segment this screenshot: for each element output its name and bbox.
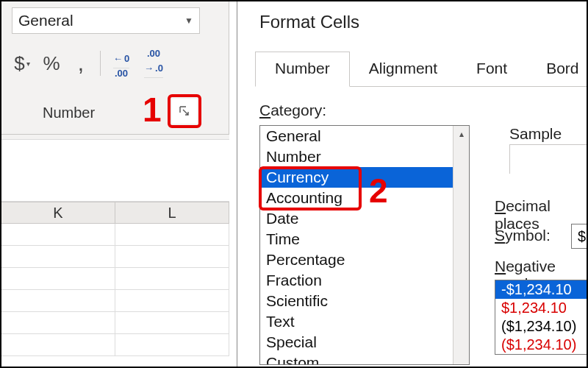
- category-item-text[interactable]: Text: [260, 311, 469, 332]
- chevron-down-icon: ▼: [184, 15, 193, 26]
- dialog-title: Format Cells: [259, 12, 359, 32]
- category-item-special[interactable]: Special: [260, 332, 469, 353]
- percent-style-button[interactable]: %: [37, 49, 66, 78]
- category-item-date[interactable]: Date: [260, 208, 469, 229]
- category-item-fraction[interactable]: Fraction: [260, 270, 469, 291]
- increase-decimal-button[interactable]: 0 .00: [105, 49, 137, 78]
- spreadsheet-grid[interactable]: K L: [1, 134, 229, 368]
- listbox-scrollbar[interactable]: ▴: [453, 126, 469, 364]
- formula-bar-area: [1, 140, 229, 202]
- grid-row[interactable]: [1, 246, 229, 268]
- scroll-up-icon: ▴: [459, 129, 464, 364]
- column-headers[interactable]: K L: [1, 202, 229, 224]
- separator: [100, 51, 101, 76]
- negative-option[interactable]: -$1,234.10: [495, 280, 588, 299]
- number-format-dropdown[interactable]: General ▼: [12, 7, 200, 34]
- category-item-custom[interactable]: Custom: [260, 353, 469, 365]
- grid-row[interactable]: [1, 334, 229, 356]
- arrow-left-icon: [113, 54, 123, 63]
- category-item-currency[interactable]: Currency: [260, 167, 469, 188]
- symbol-dropdown[interactable]: $: [571, 224, 588, 249]
- format-cells-dialog: Format Cells Number Alignment Font Bord …: [237, 1, 588, 368]
- column-header-k[interactable]: K: [1, 202, 115, 223]
- tab-number[interactable]: Number: [255, 52, 350, 87]
- negative-option[interactable]: ($1,234.10): [495, 336, 588, 354]
- grid-row[interactable]: [1, 290, 229, 312]
- tab-font[interactable]: Font: [456, 52, 527, 87]
- category-item-general[interactable]: General: [260, 126, 469, 146]
- category-listbox[interactable]: General Number Currency Accounting Date …: [259, 125, 470, 365]
- category-item-percentage[interactable]: Percentage: [260, 250, 469, 270]
- category-item-time[interactable]: Time: [260, 229, 469, 250]
- arrow-right-icon: [144, 63, 154, 73]
- ribbon-group-label: Number: [43, 105, 95, 121]
- grid-rows[interactable]: [1, 224, 229, 356]
- category-label: Category:: [259, 102, 326, 119]
- negative-option[interactable]: ($1,234.10): [495, 317, 588, 336]
- grid-row[interactable]: [1, 312, 229, 334]
- accounting-format-button[interactable]: $: [7, 49, 37, 78]
- dialog-launcher-icon: [179, 106, 190, 116]
- negative-numbers-listbox[interactable]: -$1,234.10 $1,234.10 ($1,234.10) ($1,234…: [495, 280, 588, 355]
- sample-box: [509, 144, 588, 174]
- ribbon-number-group: General ▼ $ % , 0 .00 .00 .0 Number: [1, 1, 229, 134]
- category-item-accounting[interactable]: Accounting: [260, 188, 469, 208]
- dialog-tabs: Number Alignment Font Bord: [255, 52, 588, 87]
- column-header-l[interactable]: L: [115, 202, 229, 223]
- grid-row[interactable]: [1, 224, 229, 246]
- tab-border[interactable]: Bord: [526, 52, 588, 87]
- category-item-number[interactable]: Number: [260, 146, 469, 167]
- grid-row[interactable]: [1, 268, 229, 290]
- decrease-decimal-button[interactable]: .00 .0: [137, 49, 170, 78]
- negative-option[interactable]: $1,234.10: [495, 299, 588, 317]
- ribbon-border: [1, 134, 229, 140]
- symbol-label: Symbol:: [495, 227, 551, 244]
- number-format-value: General: [18, 12, 74, 29]
- comma-style-button[interactable]: ,: [66, 49, 96, 78]
- tab-alignment[interactable]: Alignment: [349, 52, 457, 87]
- dialog-launcher-button[interactable]: [172, 99, 197, 124]
- number-format-tools: $ % , 0 .00 .00 .0: [7, 47, 170, 79]
- sample-label: Sample: [509, 125, 562, 143]
- category-item-scientific[interactable]: Scientific: [260, 291, 469, 311]
